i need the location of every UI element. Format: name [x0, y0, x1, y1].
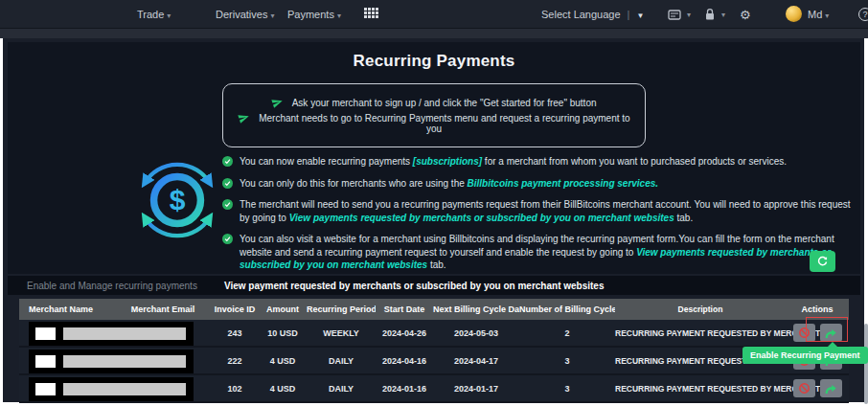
nav-derivatives[interactable]: Derivatives▾	[216, 0, 274, 29]
cancel-recurring-button[interactable]	[793, 379, 815, 397]
col-merchant-email: Merchant Email	[115, 304, 211, 314]
recurring-payments-table: Merchant Name Merchant Email Invoice ID …	[19, 299, 849, 403]
col-num-cycles: Number of Billing Cycles	[519, 304, 615, 314]
user-avatar[interactable]	[786, 6, 802, 22]
help-icon[interactable]: ?	[858, 8, 868, 21]
cell-invoice-id: 243	[211, 328, 259, 338]
bullet-item: You can also visit a website for a merch…	[222, 233, 851, 272]
cell-start-date: 2024-04-16	[376, 356, 433, 366]
instructions-callout: Ask your merchant to sign up / and click…	[222, 83, 646, 147]
check-circle-icon	[222, 156, 233, 167]
send-icon	[238, 112, 250, 124]
col-next-billing: Next Billing Cycle Date	[433, 304, 519, 314]
callout-line: Ask your merchant to sign up / and click…	[231, 97, 637, 108]
bullet-post: tab.	[427, 259, 445, 270]
settings-button[interactable]: ⚙	[740, 7, 751, 22]
cell-recurring-period: DAILY	[307, 356, 376, 366]
table-row: 102 4 USD DAILY 2024-01-16 2024-01-17 3 …	[19, 375, 849, 403]
send-icon	[271, 97, 284, 108]
recurring-dollar-icon: $	[132, 155, 222, 245]
tab-enable-manage[interactable]: Enable and Manage recurring payments	[27, 281, 197, 291]
info-section: $ You can now enable recurring payments …	[8, 155, 860, 281]
redacted-merchant-info	[29, 322, 194, 346]
check-circle-icon	[222, 199, 233, 210]
page-title: Recurring Payments	[8, 42, 860, 71]
table-row: 243 10 USD WEEKLY 2024-04-26 2024-05-03 …	[19, 320, 849, 348]
cell-num-cycles: 2	[519, 328, 615, 338]
col-recurring-period: Recurring Period	[307, 304, 376, 314]
cell-recurring-period: WEEKLY	[307, 328, 376, 338]
redacted-merchant-info	[29, 377, 194, 401]
col-merchant-name: Merchant Name	[19, 304, 115, 314]
bullet-pre: You can only do this for merchants who a…	[240, 178, 468, 189]
bullet-item: The merchant will need to send you a rec…	[222, 198, 851, 224]
help-glyph: ?	[862, 10, 867, 19]
cell-num-cycles: 3	[519, 384, 615, 394]
user-menu[interactable]: Md▾	[808, 0, 829, 29]
block-icon	[798, 327, 811, 339]
callout-text: Ask your merchant to sign up / and click…	[292, 98, 597, 108]
refresh-icon	[816, 256, 829, 268]
enable-recurring-button[interactable]	[820, 324, 842, 342]
chevron-down-icon: ▾	[687, 11, 691, 19]
bullet-pre: You can now enable recurring payments	[240, 156, 413, 167]
col-start-date: Start Date	[376, 304, 433, 314]
top-navbar: Trade▾ Derivatives▾ Payments▾ Select Lan…	[0, 0, 868, 29]
language-selector[interactable]: Select Language|▼	[541, 0, 644, 29]
bullet-post: tab.	[674, 213, 693, 223]
enable-recurring-button[interactable]	[820, 379, 842, 397]
cell-actions	[786, 379, 849, 397]
wallet-icon	[668, 9, 681, 21]
nav-trade[interactable]: Trade▾	[137, 0, 171, 29]
block-icon	[798, 382, 811, 395]
nav-payments-label: Payments	[287, 9, 334, 20]
check-circle-icon	[222, 234, 233, 244]
bullet-text: You can now enable recurring payments [s…	[240, 155, 787, 169]
cell-invoice-id: 102	[211, 384, 259, 394]
bullet-item: You can only do this for merchants who a…	[222, 177, 851, 191]
view-payments-link[interactable]: View payments requested by merchants or …	[289, 213, 674, 223]
subscriptions-link[interactable]: [subscriptions]	[413, 156, 482, 167]
nav-derivatives-label: Derivatives	[216, 9, 267, 20]
security-menu[interactable]: ▾	[704, 7, 725, 22]
col-description: Description	[615, 304, 786, 314]
wallet-menu[interactable]: ▾	[668, 7, 691, 22]
callout-text: Merchant needs to go to Recurring Paymen…	[259, 113, 629, 134]
bullet-post: for a merchant from whom you want to pur…	[482, 156, 787, 167]
callout-line: Merchant needs to go to Recurring Paymen…	[231, 112, 637, 134]
chevron-down-icon: ▾	[337, 11, 341, 20]
cell-description: RECURRING PAYMENT REQUESTED BY MERCHANT	[615, 328, 786, 338]
cell-start-date: 2024-01-16	[376, 384, 433, 394]
cancel-recurring-button[interactable]	[793, 324, 815, 342]
bullet-item: You can now enable recurring payments [s…	[222, 155, 851, 169]
divider: |	[628, 9, 630, 20]
cell-next-billing: 2024-05-03	[433, 328, 519, 338]
enable-arrow-icon	[824, 327, 837, 339]
col-amount: Amount	[259, 304, 307, 314]
apps-grid-icon[interactable]	[364, 8, 378, 18]
main-content: Recurring Payments Ask your merchant to …	[3, 38, 864, 402]
lock-icon	[704, 8, 716, 21]
cell-description: RECURRING PAYMENT REQUESTED BY MERCHANT	[615, 384, 786, 394]
tab-bar: Enable and Manage recurring payments Vie…	[8, 276, 860, 295]
refresh-button[interactable]	[810, 251, 835, 272]
col-invoice-id: Invoice ID	[211, 304, 259, 314]
table-header: Merchant Name Merchant Email Invoice ID …	[19, 299, 849, 320]
tab-view-requested[interactable]: View payment requested by merchants or s…	[224, 281, 605, 291]
cell-amount: 10 USD	[259, 328, 307, 338]
tooltip-enable-recurring-payment: Enable Recurring Payment	[742, 347, 868, 364]
header-subband	[0, 29, 868, 38]
scrollbar-thumb[interactable]	[864, 324, 868, 404]
cell-start-date: 2024-04-26	[376, 328, 433, 338]
redacted-merchant-info	[29, 350, 194, 373]
chevron-down-icon: ▾	[721, 11, 725, 19]
check-circle-icon	[222, 178, 233, 189]
chevron-down-icon: ▾	[167, 11, 171, 20]
dollar-glyph: $	[170, 184, 186, 215]
nav-payments[interactable]: Payments▾	[287, 0, 341, 29]
bullet-text: You can also visit a website for a merch…	[240, 233, 851, 272]
cell-next-billing: 2024-04-17	[433, 356, 519, 366]
cell-recurring-period: DAILY	[307, 384, 376, 394]
payment-services-link[interactable]: Billbitcoins payment processing services…	[468, 178, 659, 189]
nav-trade-label: Trade	[137, 9, 164, 20]
